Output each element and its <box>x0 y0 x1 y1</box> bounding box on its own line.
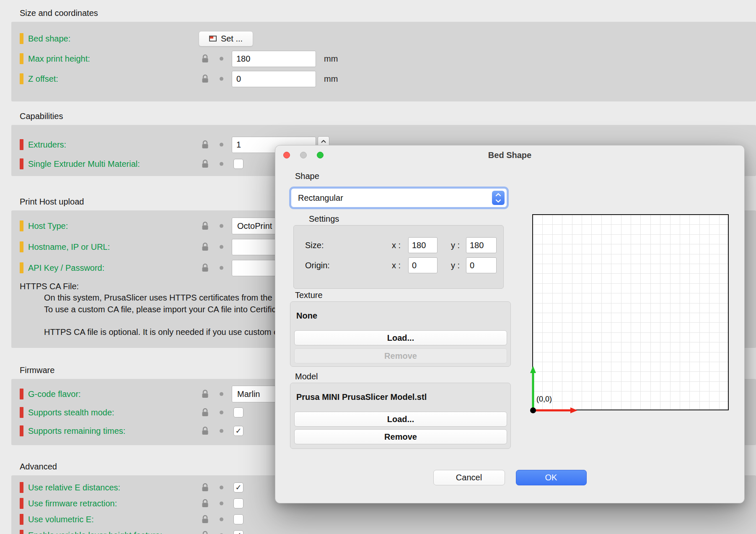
origin-coordinates-label: (0,0) <box>536 395 552 404</box>
section-title-capabilities: Capabilities <box>20 111 756 122</box>
model-remove-button[interactable]: Remove <box>294 429 507 444</box>
dot-indicator <box>220 57 223 61</box>
relative-e-checkbox[interactable]: ✓ <box>233 482 243 493</box>
dot-indicator <box>220 224 223 228</box>
lock-icon[interactable] <box>202 243 209 251</box>
max-print-height-label: Max print height: <box>28 54 90 64</box>
origin-label: Origin: <box>305 261 330 270</box>
lock-icon[interactable] <box>202 390 209 399</box>
dot-indicator <box>220 411 223 415</box>
dot-indicator <box>220 429 223 433</box>
bed-shape-preview: (0,0) <box>532 214 729 410</box>
set-button-label: Set ... <box>221 34 243 44</box>
size-x-input[interactable] <box>408 237 438 253</box>
lock-icon[interactable] <box>202 427 209 435</box>
modified-marker <box>20 158 23 169</box>
modified-marker <box>20 482 23 493</box>
shape-label: Shape <box>295 171 511 181</box>
remaining-times-label: Supports remaining times: <box>28 426 125 436</box>
bed-shape-set-button[interactable]: Set ... <box>199 31 253 47</box>
origin-x-input[interactable] <box>408 257 438 273</box>
dot-indicator <box>220 486 223 490</box>
lock-icon[interactable] <box>202 408 209 417</box>
settings-groupbox: Size: x : y : Origin: x : y : <box>293 225 504 289</box>
firmware-retraction-label: Use firmware retraction: <box>28 499 117 508</box>
unit-label: mm <box>324 54 338 64</box>
lock-icon[interactable] <box>202 140 209 149</box>
firmware-retraction-checkbox[interactable] <box>233 498 243 508</box>
modified-marker <box>20 73 23 84</box>
row-use-volumetric-e: Use volumetric E: <box>11 511 756 527</box>
modified-marker <box>20 514 23 525</box>
stealth-mode-checkbox[interactable] <box>233 407 243 417</box>
variable-layer-height-checkbox[interactable]: ✓ <box>233 530 243 534</box>
texture-groupbox: None Load... Remove <box>290 301 511 367</box>
dialog-titlebar[interactable]: Bed Shape <box>275 145 744 165</box>
size-y-input[interactable] <box>466 237 497 253</box>
remaining-times-checkbox[interactable]: ✓ <box>233 426 243 436</box>
row-bed-shape: Bed shape: Set ... <box>11 29 756 49</box>
dialog-title: Bed Shape <box>488 150 531 160</box>
section-title-size-coordinates: Size and coordinates <box>20 8 756 18</box>
lock-icon[interactable] <box>202 515 209 524</box>
stealth-mode-label: Supports stealth mode: <box>28 408 114 417</box>
origin-y-label: y : <box>451 261 460 270</box>
texture-remove-button[interactable]: Remove <box>294 348 507 363</box>
dot-indicator <box>220 266 223 270</box>
size-y-label: y : <box>451 241 460 250</box>
semm-checkbox[interactable] <box>233 159 243 169</box>
dialog-buttons: Cancel OK <box>275 470 744 485</box>
texture-group-label: Texture <box>295 290 511 301</box>
zoom-button[interactable] <box>317 152 324 158</box>
modified-marker <box>20 53 23 64</box>
model-current-value: Prusa MINI PrusaSlicer Model.stl <box>296 392 427 402</box>
origin-y-input[interactable] <box>466 257 497 273</box>
model-groupbox: Prusa MINI PrusaSlicer Model.stl Load...… <box>290 383 511 449</box>
size-x-label: x : <box>392 241 401 250</box>
extruders-label: Extruders: <box>28 140 66 150</box>
z-offset-input[interactable] <box>232 71 316 87</box>
chevron-up-down-icon <box>492 191 505 205</box>
cancel-button[interactable]: Cancel <box>433 470 505 485</box>
size-label: Size: <box>305 241 324 250</box>
variable-layer-height-label: Enable variable layer height feature: <box>28 531 162 534</box>
dot-indicator <box>220 77 223 81</box>
max-print-height-input[interactable] <box>232 51 316 67</box>
model-load-button[interactable]: Load... <box>294 412 507 427</box>
dot-indicator <box>220 245 223 249</box>
row-max-print-height: Max print height: mm <box>11 49 756 69</box>
dot-indicator <box>220 162 223 166</box>
traffic-lights <box>283 152 324 158</box>
dot-indicator <box>220 518 223 521</box>
ok-button[interactable]: OK <box>516 470 587 485</box>
lock-icon[interactable] <box>202 75 209 83</box>
volumetric-e-checkbox[interactable] <box>233 514 243 524</box>
close-button[interactable] <box>283 152 290 158</box>
modified-marker <box>20 425 23 436</box>
lock-icon[interactable] <box>202 222 209 231</box>
lock-icon[interactable] <box>202 54 209 63</box>
row-z-offset: Z offset: mm <box>11 69 756 89</box>
lock-icon[interactable] <box>202 499 209 508</box>
lock-icon[interactable] <box>202 160 209 168</box>
api-key-label: API Key / Password: <box>28 263 104 273</box>
model-group-label: Model <box>295 372 511 382</box>
unit-label: mm <box>324 74 338 84</box>
lock-icon[interactable] <box>202 264 209 272</box>
minimize-button[interactable] <box>300 152 307 158</box>
axes-arrows-icon <box>529 359 596 415</box>
modified-marker <box>20 220 23 231</box>
bed-shape-icon <box>209 36 217 41</box>
shape-dropdown-value: Rectangular <box>298 193 343 203</box>
dialog-left-column: Shape Rectangular Settings Size: x : y :… <box>290 171 511 449</box>
modified-marker <box>20 33 23 44</box>
dot-indicator <box>220 392 223 396</box>
lock-icon[interactable] <box>202 483 209 492</box>
lock-icon[interactable] <box>202 531 209 534</box>
shape-dropdown[interactable]: Rectangular <box>291 188 507 207</box>
host-type-label: Host Type: <box>28 221 68 231</box>
modified-marker <box>20 407 23 418</box>
texture-load-button[interactable]: Load... <box>294 330 507 345</box>
dot-indicator <box>220 502 223 505</box>
z-offset-label: Z offset: <box>28 74 58 84</box>
